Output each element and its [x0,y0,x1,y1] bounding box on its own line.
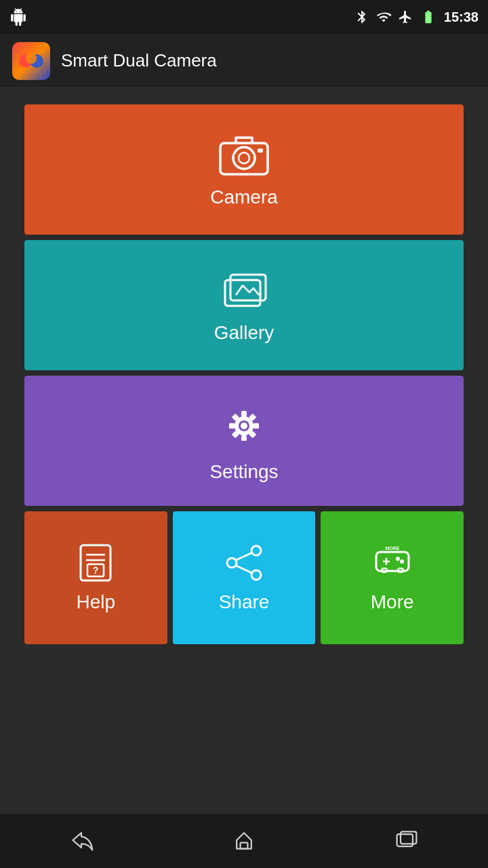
svg-rect-11 [241,411,247,416]
back-button[interactable] [64,823,99,860]
help-label: Help [77,591,116,613]
share-icon [224,542,264,583]
svg-rect-14 [229,423,235,429]
svg-line-28 [236,566,252,573]
svg-point-24 [251,546,261,555]
bottom-row: ? Help Share [24,511,464,644]
status-time: 15:38 [444,9,479,25]
home-nav-icon [232,828,256,852]
svg-text:?: ? [93,565,99,576]
gallery-icon [217,267,271,314]
svg-point-2 [26,53,37,64]
svg-point-26 [227,558,237,568]
android-icon [9,8,27,26]
help-icon: ? [75,542,116,583]
svg-point-25 [251,570,261,580]
svg-rect-6 [258,149,263,153]
main-content: Camera Gallery [0,88,488,658]
svg-point-33 [400,559,404,564]
app-title: Smart Dual Camera [61,50,217,71]
back-nav-icon [69,828,94,852]
more-button[interactable]: MORE More [321,511,464,644]
battery-icon [420,9,437,24]
svg-line-27 [236,553,252,560]
svg-point-10 [241,422,247,429]
help-button[interactable]: ? Help [24,511,167,644]
camera-icon [217,131,271,178]
bluetooth-icon [354,9,369,24]
settings-button[interactable]: Settings [24,376,464,506]
recents-button[interactable] [389,823,424,860]
svg-rect-12 [241,435,247,441]
svg-point-4 [233,147,255,169]
svg-text:MORE: MORE [385,546,399,551]
recents-nav-icon [394,828,419,852]
status-left [9,8,27,26]
nav-bar [0,814,488,868]
airplane-icon [398,9,413,24]
app-logo [16,46,46,76]
settings-label: Settings [209,461,278,483]
camera-label: Camera [210,186,278,208]
svg-point-5 [239,153,249,163]
status-right: 15:38 [354,9,479,25]
home-button[interactable] [226,823,262,860]
camera-button[interactable]: Camera [24,104,464,235]
share-button[interactable]: Share [173,511,316,644]
app-icon [12,42,50,80]
svg-rect-13 [253,423,259,429]
svg-rect-37 [241,842,248,848]
svg-point-32 [396,557,400,561]
settings-icon [217,399,271,453]
app-bar: Smart Dual Camera [0,34,488,88]
gallery-label: Gallery [214,322,274,344]
more-icon: MORE [372,542,413,583]
wifi-icon [376,9,391,24]
gallery-button[interactable]: Gallery [24,240,464,370]
more-label: More [371,591,414,613]
status-bar: 15:38 [0,0,488,34]
share-label: Share [219,591,270,613]
